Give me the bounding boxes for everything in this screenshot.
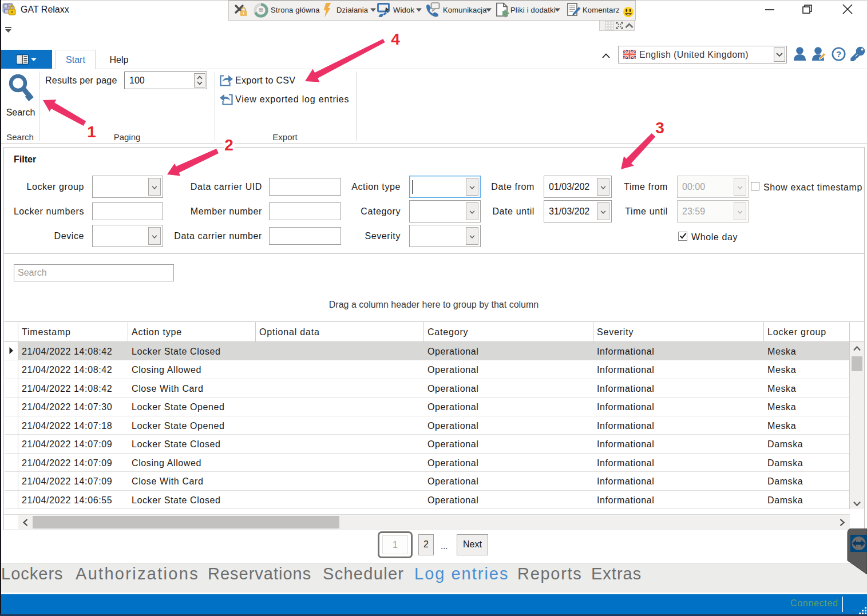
- svg-text:4: 4: [391, 30, 400, 48]
- svg-text:?: ?: [836, 49, 841, 59]
- svg-text:4: 4: [391, 30, 400, 48]
